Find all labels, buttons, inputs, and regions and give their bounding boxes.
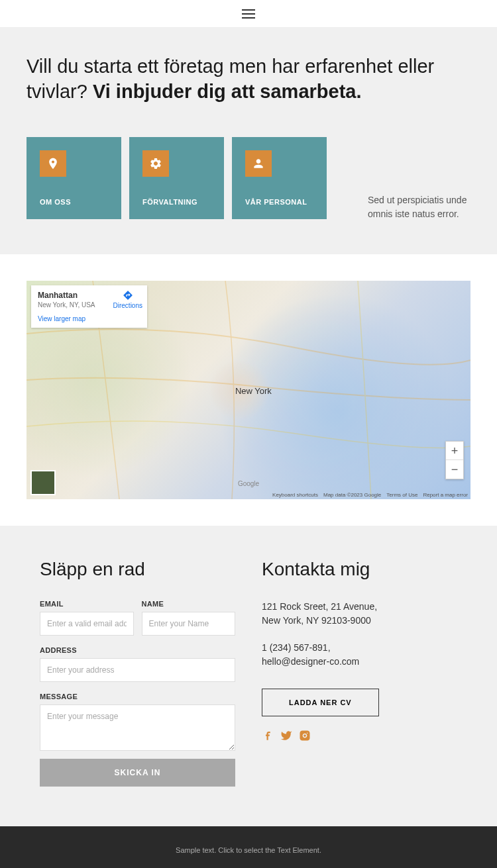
form-heading: Släpp en rad: [40, 559, 235, 580]
map-data-label: Map data ©2023 Google: [323, 492, 381, 498]
map-canvas[interactable]: Manhattan New York, NY, USA Directions V…: [27, 281, 470, 499]
cards-container: OM OSS FÖRVALTNING VÅR PERSONAL: [27, 137, 327, 221]
map-location-sub: New York, NY, USA: [38, 301, 95, 309]
footer-text: Sample text. Click to select the Text El…: [20, 846, 477, 854]
message-field[interactable]: [40, 704, 235, 751]
name-label: NAME: [142, 600, 236, 608]
zoom-in-button[interactable]: +: [446, 442, 463, 460]
google-logo: Google: [238, 480, 259, 487]
heading-bold: Vi inbjuder dig att samarbeta.: [93, 81, 362, 102]
map-attribution: Keyboard shortcuts Map data ©2023 Google…: [272, 492, 468, 498]
instagram-icon[interactable]: [299, 730, 311, 742]
main-heading: Vill du starta ett företag men har erfar…: [27, 54, 470, 104]
map-layer-toggle[interactable]: [30, 470, 56, 495]
name-field[interactable]: [142, 612, 236, 636]
social-links: [262, 730, 457, 742]
header-bar: [0, 0, 497, 28]
map-city-label: New York: [235, 386, 272, 396]
map-shortcuts-link[interactable]: Keyboard shortcuts: [272, 492, 318, 498]
card-management[interactable]: FÖRVALTNING: [129, 137, 224, 219]
address-label: ADDRESS: [40, 646, 235, 654]
gear-icon: [142, 150, 169, 177]
map-report-link[interactable]: Report a map error: [423, 492, 468, 498]
address-field[interactable]: [40, 658, 235, 682]
menu-icon[interactable]: [242, 9, 255, 19]
map-terms-link[interactable]: Terms of Use: [386, 492, 417, 498]
contact-section: Släpp en rad EMAIL NAME ADDRESS MESSAGE: [0, 526, 497, 826]
card-label: FÖRVALTNING: [142, 198, 211, 206]
person-icon: [245, 150, 272, 177]
contact-phone-email: 1 (234) 567-891, hello@designer-co.com: [262, 641, 394, 669]
email-field[interactable]: [40, 612, 134, 636]
page-footer: Sample text. Click to select the Text El…: [0, 826, 497, 868]
directions-button[interactable]: Directions: [113, 290, 142, 309]
contact-heading: Kontakta mig: [262, 559, 457, 580]
email-label: EMAIL: [40, 600, 134, 608]
pin-icon: [40, 150, 66, 177]
side-description: Sed ut perspiciatis unde omnis iste natu…: [368, 137, 470, 221]
card-label: VÅR PERSONAL: [245, 198, 313, 206]
message-label: MESSAGE: [40, 693, 235, 700]
intro-section: Vill du starta ett företag men har erfar…: [0, 28, 497, 254]
card-label: OM OSS: [40, 198, 108, 206]
form-column: Släpp en rad EMAIL NAME ADDRESS MESSAGE: [40, 559, 235, 787]
cards-row: OM OSS FÖRVALTNING VÅR PERSONAL Sed ut p…: [27, 137, 470, 221]
download-cv-button[interactable]: LADDA NER CV: [262, 689, 379, 716]
map-section: Manhattan New York, NY, USA Directions V…: [0, 254, 497, 526]
map-location-title: Manhattan: [38, 291, 95, 300]
contact-address: 121 Rock Sreet, 21 Avenue, New York, NY …: [262, 600, 394, 628]
submit-button[interactable]: SKICKA IN: [40, 759, 235, 787]
contact-column: Kontakta mig 121 Rock Sreet, 21 Avenue, …: [262, 559, 457, 787]
twitter-icon[interactable]: [280, 730, 292, 742]
facebook-icon[interactable]: [262, 730, 274, 742]
card-about[interactable]: OM OSS: [27, 137, 121, 219]
card-staff[interactable]: VÅR PERSONAL: [232, 137, 327, 219]
view-larger-link[interactable]: View larger map: [38, 315, 85, 322]
map-zoom-controls: + −: [445, 441, 464, 479]
directions-label: Directions: [113, 302, 142, 309]
map-info-card: Manhattan New York, NY, USA Directions V…: [31, 285, 147, 328]
zoom-out-button[interactable]: −: [446, 460, 463, 479]
